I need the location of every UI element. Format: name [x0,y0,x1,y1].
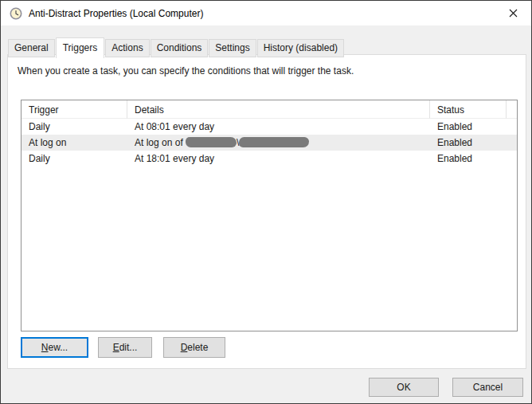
tab-general[interactable]: General [8,39,55,57]
tab-settings[interactable]: Settings [209,39,256,57]
tab-actions[interactable]: Actions [105,39,149,57]
column-header-trigger[interactable]: Trigger [22,100,127,119]
table-row[interactable]: At log onAt log on of \Enabled [22,135,517,151]
trigger-cell: Daily [22,153,127,164]
list-header-row: TriggerDetailsStatus [22,100,517,119]
trigger-cell: At log on [22,137,127,148]
clock-icon [10,7,22,20]
properties-dialog: Anti-Distract Properties (Local Computer… [0,0,532,404]
triggers-list[interactable]: TriggerDetailsStatusDailyAt 08:01 every … [21,100,518,331]
tab-conditions[interactable]: Conditions [151,39,209,57]
redaction-blob [239,137,309,147]
cancel-button-label: Cancel [473,382,503,393]
column-header-status[interactable]: Status [430,100,507,119]
close-button[interactable] [495,1,531,25]
tab-triggers[interactable]: Triggers [56,37,105,58]
status-cell: Enabled [430,137,507,148]
delete-button[interactable]: Delete [163,337,225,358]
window-title: Anti-Distract Properties (Local Computer… [29,8,203,19]
ok-button-label: OK [397,382,410,393]
column-header-filler [507,100,517,119]
trigger-cell: Daily [22,121,127,132]
edit-button[interactable]: Edit... [98,337,152,358]
status-cell: Enabled [430,153,507,164]
ok-button[interactable]: OK [369,378,439,397]
new-button[interactable]: New... [21,337,88,358]
tab-strip: GeneralTriggersActionsConditionsSettings… [8,37,345,57]
table-row[interactable]: DailyAt 18:01 every dayEnabled [22,151,517,167]
delete-button-mnemonic: D [181,342,188,353]
tab-description: When you create a task, you can specify … [18,65,354,76]
details-cell: At log on of \ [127,137,430,148]
edit-button-label: dit... [119,342,138,353]
redaction-blob [186,137,237,147]
delete-button-label: elete [187,342,208,353]
details-cell: At 18:01 every day [127,153,430,164]
edit-button-mnemonic: E [113,342,119,353]
status-cell: Enabled [430,121,507,132]
column-header-details[interactable]: Details [127,100,430,119]
details-cell: At 08:01 every day [127,121,430,132]
close-icon [509,6,518,21]
new-button-label: ew... [48,342,68,353]
title-bar: Anti-Distract Properties (Local Computer… [1,1,531,25]
table-row[interactable]: DailyAt 08:01 every dayEnabled [22,119,517,135]
tab-history-disabled[interactable]: History (disabled) [257,39,344,57]
cancel-button[interactable]: Cancel [452,378,523,397]
